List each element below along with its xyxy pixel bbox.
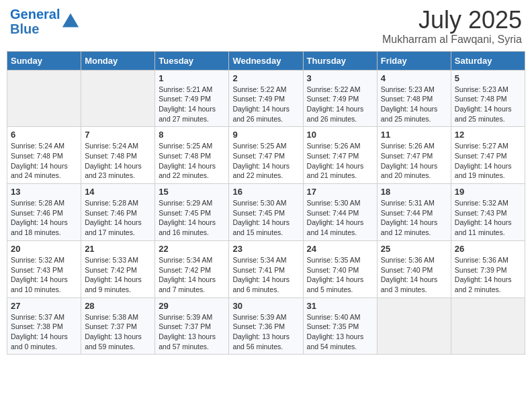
day-info: Sunrise: 5:25 AM Sunset: 7:48 PM Dayligh… bbox=[159, 141, 225, 181]
calendar-cell: 6Sunrise: 5:24 AM Sunset: 7:48 PM Daylig… bbox=[7, 127, 81, 184]
calendar-cell: 23Sunrise: 5:34 AM Sunset: 7:41 PM Dayli… bbox=[229, 240, 303, 298]
svg-marker-0 bbox=[62, 13, 79, 28]
day-info: Sunrise: 5:36 AM Sunset: 7:39 PM Dayligh… bbox=[455, 255, 521, 295]
calendar-cell: 1Sunrise: 5:21 AM Sunset: 7:49 PM Daylig… bbox=[155, 70, 229, 127]
day-number: 24 bbox=[307, 244, 373, 254]
calendar-cell bbox=[81, 70, 155, 127]
day-number: 27 bbox=[11, 301, 77, 311]
day-number: 6 bbox=[11, 130, 77, 140]
calendar-cell: 14Sunrise: 5:28 AM Sunset: 7:46 PM Dayli… bbox=[81, 184, 155, 241]
day-info: Sunrise: 5:30 AM Sunset: 7:44 PM Dayligh… bbox=[307, 198, 373, 238]
day-number: 16 bbox=[232, 187, 299, 197]
day-info: Sunrise: 5:32 AM Sunset: 7:43 PM Dayligh… bbox=[11, 255, 77, 295]
calendar-table: SundayMondayTuesdayWednesdayThursdayFrid… bbox=[7, 51, 525, 355]
header-day-wednesday: Wednesday bbox=[229, 51, 303, 70]
calendar-cell bbox=[7, 70, 81, 127]
day-number: 4 bbox=[381, 73, 447, 83]
day-info: Sunrise: 5:23 AM Sunset: 7:48 PM Dayligh… bbox=[455, 85, 521, 124]
week-row-1: 1Sunrise: 5:21 AM Sunset: 7:49 PM Daylig… bbox=[7, 70, 525, 127]
calendar-cell: 8Sunrise: 5:25 AM Sunset: 7:48 PM Daylig… bbox=[155, 127, 229, 184]
calendar-cell: 31Sunrise: 5:40 AM Sunset: 7:35 PM Dayli… bbox=[303, 298, 377, 355]
calendar-cell: 5Sunrise: 5:23 AM Sunset: 7:48 PM Daylig… bbox=[451, 70, 525, 127]
day-number: 19 bbox=[455, 187, 521, 197]
day-info: Sunrise: 5:36 AM Sunset: 7:40 PM Dayligh… bbox=[381, 255, 447, 295]
week-row-2: 6Sunrise: 5:24 AM Sunset: 7:48 PM Daylig… bbox=[7, 127, 525, 184]
logo-text: General Blue bbox=[10, 7, 60, 36]
day-info: Sunrise: 5:27 AM Sunset: 7:47 PM Dayligh… bbox=[455, 141, 521, 181]
day-number: 5 bbox=[455, 73, 521, 83]
week-row-4: 20Sunrise: 5:32 AM Sunset: 7:43 PM Dayli… bbox=[7, 240, 525, 298]
calendar-cell: 11Sunrise: 5:26 AM Sunset: 7:47 PM Dayli… bbox=[377, 127, 451, 184]
day-info: Sunrise: 5:40 AM Sunset: 7:35 PM Dayligh… bbox=[307, 312, 373, 352]
calendar-cell: 3Sunrise: 5:22 AM Sunset: 7:49 PM Daylig… bbox=[303, 70, 377, 127]
day-number: 22 bbox=[159, 244, 225, 254]
calendar-cell: 30Sunrise: 5:39 AM Sunset: 7:36 PM Dayli… bbox=[229, 298, 303, 355]
day-info: Sunrise: 5:22 AM Sunset: 7:49 PM Dayligh… bbox=[307, 85, 373, 124]
day-info: Sunrise: 5:26 AM Sunset: 7:47 PM Dayligh… bbox=[381, 141, 447, 181]
day-number: 20 bbox=[11, 244, 77, 254]
calendar-cell bbox=[451, 298, 525, 355]
day-number: 23 bbox=[232, 244, 299, 254]
calendar-cell: 12Sunrise: 5:27 AM Sunset: 7:47 PM Dayli… bbox=[451, 127, 525, 184]
day-info: Sunrise: 5:25 AM Sunset: 7:47 PM Dayligh… bbox=[232, 141, 299, 181]
day-info: Sunrise: 5:38 AM Sunset: 7:37 PM Dayligh… bbox=[85, 312, 151, 352]
logo-icon bbox=[61, 12, 80, 31]
logo: General Blue bbox=[10, 7, 80, 36]
calendar-cell bbox=[377, 298, 451, 355]
calendar-cell: 29Sunrise: 5:39 AM Sunset: 7:37 PM Dayli… bbox=[155, 298, 229, 355]
day-number: 28 bbox=[85, 301, 151, 311]
calendar-cell: 22Sunrise: 5:34 AM Sunset: 7:42 PM Dayli… bbox=[155, 240, 229, 298]
header-row: SundayMondayTuesdayWednesdayThursdayFrid… bbox=[7, 51, 525, 70]
day-info: Sunrise: 5:22 AM Sunset: 7:49 PM Dayligh… bbox=[232, 85, 299, 124]
day-info: Sunrise: 5:23 AM Sunset: 7:48 PM Dayligh… bbox=[381, 85, 447, 124]
day-number: 25 bbox=[381, 244, 447, 254]
day-number: 11 bbox=[381, 130, 447, 140]
day-info: Sunrise: 5:24 AM Sunset: 7:48 PM Dayligh… bbox=[85, 141, 151, 181]
day-number: 2 bbox=[232, 73, 299, 83]
header-day-sunday: Sunday bbox=[7, 51, 81, 70]
calendar-cell: 19Sunrise: 5:32 AM Sunset: 7:43 PM Dayli… bbox=[451, 184, 525, 241]
header-day-tuesday: Tuesday bbox=[155, 51, 229, 70]
day-info: Sunrise: 5:28 AM Sunset: 7:46 PM Dayligh… bbox=[85, 198, 151, 238]
day-number: 13 bbox=[11, 187, 77, 197]
calendar-cell: 18Sunrise: 5:31 AM Sunset: 7:44 PM Dayli… bbox=[377, 184, 451, 241]
day-info: Sunrise: 5:24 AM Sunset: 7:48 PM Dayligh… bbox=[11, 141, 77, 181]
calendar-cell: 13Sunrise: 5:28 AM Sunset: 7:46 PM Dayli… bbox=[7, 184, 81, 241]
week-row-5: 27Sunrise: 5:37 AM Sunset: 7:38 PM Dayli… bbox=[7, 298, 525, 355]
day-number: 26 bbox=[455, 244, 521, 254]
calendar-cell: 10Sunrise: 5:26 AM Sunset: 7:47 PM Dayli… bbox=[303, 127, 377, 184]
calendar-cell: 9Sunrise: 5:25 AM Sunset: 7:47 PM Daylig… bbox=[229, 127, 303, 184]
calendar-cell: 28Sunrise: 5:38 AM Sunset: 7:37 PM Dayli… bbox=[81, 298, 155, 355]
calendar-cell: 16Sunrise: 5:30 AM Sunset: 7:45 PM Dayli… bbox=[229, 184, 303, 241]
calendar-cell: 17Sunrise: 5:30 AM Sunset: 7:44 PM Dayli… bbox=[303, 184, 377, 241]
page-header: General Blue July 2025 Mukharram al Fawq… bbox=[7, 7, 525, 46]
day-number: 18 bbox=[381, 187, 447, 197]
day-info: Sunrise: 5:21 AM Sunset: 7:49 PM Dayligh… bbox=[159, 85, 225, 124]
day-number: 30 bbox=[232, 301, 299, 311]
header-day-saturday: Saturday bbox=[451, 51, 525, 70]
calendar-cell: 26Sunrise: 5:36 AM Sunset: 7:39 PM Dayli… bbox=[451, 240, 525, 298]
day-info: Sunrise: 5:34 AM Sunset: 7:42 PM Dayligh… bbox=[159, 255, 225, 295]
calendar-cell: 25Sunrise: 5:36 AM Sunset: 7:40 PM Dayli… bbox=[377, 240, 451, 298]
day-number: 31 bbox=[307, 301, 373, 311]
calendar-cell: 7Sunrise: 5:24 AM Sunset: 7:48 PM Daylig… bbox=[81, 127, 155, 184]
day-number: 3 bbox=[307, 73, 373, 83]
calendar-cell: 4Sunrise: 5:23 AM Sunset: 7:48 PM Daylig… bbox=[377, 70, 451, 127]
day-number: 29 bbox=[159, 301, 225, 311]
day-number: 15 bbox=[159, 187, 225, 197]
day-number: 21 bbox=[85, 244, 151, 254]
day-info: Sunrise: 5:26 AM Sunset: 7:47 PM Dayligh… bbox=[307, 141, 373, 181]
calendar-cell: 21Sunrise: 5:33 AM Sunset: 7:42 PM Dayli… bbox=[81, 240, 155, 298]
day-info: Sunrise: 5:28 AM Sunset: 7:46 PM Dayligh… bbox=[11, 198, 77, 238]
month-title: July 2025 bbox=[382, 7, 522, 34]
subtitle: Mukharram al Fawqani, Syria bbox=[382, 34, 522, 46]
day-info: Sunrise: 5:34 AM Sunset: 7:41 PM Dayligh… bbox=[232, 255, 299, 295]
day-number: 1 bbox=[159, 73, 225, 83]
day-info: Sunrise: 5:30 AM Sunset: 7:45 PM Dayligh… bbox=[232, 198, 299, 238]
day-info: Sunrise: 5:39 AM Sunset: 7:36 PM Dayligh… bbox=[232, 312, 299, 352]
day-number: 17 bbox=[307, 187, 373, 197]
day-info: Sunrise: 5:29 AM Sunset: 7:45 PM Dayligh… bbox=[159, 198, 225, 238]
day-number: 10 bbox=[307, 130, 373, 140]
day-info: Sunrise: 5:35 AM Sunset: 7:40 PM Dayligh… bbox=[307, 255, 373, 295]
calendar-cell: 24Sunrise: 5:35 AM Sunset: 7:40 PM Dayli… bbox=[303, 240, 377, 298]
